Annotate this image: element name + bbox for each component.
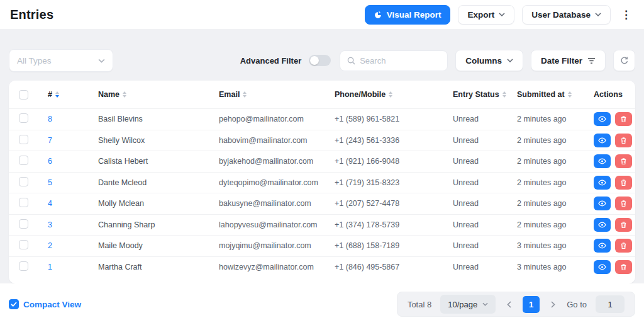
entry-serial-link[interactable]: 7: [48, 136, 52, 145]
eye-icon: [598, 222, 606, 228]
table-row: 2 Maile Moody mojyqimu@mailinator.com +1…: [9, 235, 635, 256]
compact-view-label: Compact View: [23, 300, 81, 309]
view-entry-button[interactable]: [594, 176, 611, 190]
row-checkbox[interactable]: [19, 261, 28, 271]
eye-icon: [598, 158, 606, 164]
column-header-entry-status[interactable]: Entry Status: [453, 90, 517, 99]
entry-status: Unread: [453, 115, 517, 123]
view-entry-button[interactable]: [594, 134, 611, 147]
compact-view-checkbox[interactable]: Compact View: [9, 299, 81, 309]
column-header-submitted-at[interactable]: Submitted at: [517, 90, 594, 99]
user-database-button[interactable]: User Database: [522, 5, 611, 25]
select-all-checkbox[interactable]: [19, 90, 28, 100]
form-type-placeholder: All Types: [17, 56, 52, 66]
delete-entry-button[interactable]: [615, 134, 632, 147]
delete-entry-button[interactable]: [615, 197, 632, 210]
page-number-button[interactable]: 1: [523, 296, 540, 313]
view-entry-button[interactable]: [594, 260, 611, 274]
delete-entry-button[interactable]: [615, 218, 632, 232]
delete-entry-button[interactable]: [615, 112, 632, 126]
delete-entry-button[interactable]: [615, 176, 632, 190]
entry-serial-link[interactable]: 2: [48, 241, 52, 250]
view-entry-button[interactable]: [594, 197, 611, 210]
row-checkbox[interactable]: [19, 240, 28, 249]
entry-name: Shelly Wilcox: [98, 136, 219, 145]
visual-report-button[interactable]: Visual Report: [365, 5, 451, 25]
page-size-select[interactable]: 10/page: [440, 295, 496, 314]
previous-page-button[interactable]: [504, 300, 514, 309]
entry-name: Channing Sharp: [98, 220, 219, 229]
column-header-email[interactable]: Email: [219, 90, 335, 99]
column-header-serial[interactable]: #: [48, 90, 98, 99]
search-input[interactable]: [360, 56, 440, 66]
page-footer: Compact View Total 8 10/page 1 Go to: [0, 283, 644, 325]
eye-icon: [598, 264, 606, 270]
delete-entry-button[interactable]: [615, 154, 632, 168]
goto-page-input[interactable]: [596, 295, 625, 313]
chevron-down-icon: [98, 59, 105, 63]
table-row: 7 Shelly Wilcox habovim@mailinator.com +…: [9, 130, 635, 151]
sort-carets-icon: [55, 91, 59, 98]
entry-name: Calista Hebert: [98, 157, 219, 166]
entry-phone: +1 (374) 178-5739: [335, 220, 453, 229]
sort-carets-icon: [568, 91, 572, 98]
refresh-button[interactable]: [613, 50, 635, 71]
search-box: [340, 50, 448, 71]
row-checkbox[interactable]: [19, 198, 28, 207]
entry-name: Maile Moody: [98, 241, 219, 250]
entry-serial-link[interactable]: 3: [48, 220, 52, 229]
export-button[interactable]: Export: [458, 5, 514, 25]
columns-button[interactable]: Columns: [455, 50, 523, 71]
column-header-name[interactable]: Name: [98, 90, 219, 99]
row-checkbox[interactable]: [19, 177, 28, 186]
view-entry-button[interactable]: [594, 239, 611, 253]
column-header-phone[interactable]: Phone/Mobile: [335, 90, 453, 99]
entry-phone: +1 (589) 961-5821: [335, 115, 453, 123]
trash-icon: [620, 200, 627, 207]
row-actions: [594, 239, 635, 253]
row-checkbox[interactable]: [19, 113, 28, 123]
row-actions: [594, 112, 635, 126]
entry-serial-link[interactable]: 5: [48, 178, 52, 187]
column-header-actions: Actions: [594, 90, 635, 99]
row-actions: [594, 197, 635, 210]
trash-icon: [620, 157, 627, 165]
entry-serial-link[interactable]: 8: [48, 115, 52, 123]
entry-serial-link[interactable]: 1: [48, 263, 52, 271]
entry-email: dyteqopimo@mailinator.com: [219, 178, 335, 187]
delete-entry-button[interactable]: [615, 260, 632, 274]
trash-icon: [620, 242, 627, 249]
row-checkbox[interactable]: [19, 135, 28, 144]
row-checkbox[interactable]: [19, 156, 28, 165]
sort-carets-icon: [389, 91, 392, 98]
view-entry-button[interactable]: [594, 154, 611, 168]
eye-icon: [598, 200, 606, 207]
sort-carets-icon: [502, 91, 506, 98]
row-checkbox[interactable]: [19, 219, 28, 229]
date-filter-button[interactable]: Date Filter: [531, 50, 606, 71]
more-options-button[interactable]: ⋮: [618, 8, 634, 21]
eye-icon: [598, 242, 606, 249]
table-header-row: # Name Email Phone/Mobile Entry Status S…: [9, 81, 635, 108]
table-row: 1 Martha Craft howizevyz@mailinator.com …: [9, 256, 635, 278]
entry-email: bakusyne@mailinator.com: [219, 199, 335, 208]
entry-name: Molly Mclean: [98, 199, 219, 208]
entry-phone: +1 (846) 495-5867: [335, 263, 453, 271]
entry-serial-link[interactable]: 4: [48, 199, 52, 208]
chevron-down-icon: [499, 13, 505, 16]
advanced-filter-toggle[interactable]: [309, 55, 331, 66]
filter-lines-icon: [587, 57, 596, 64]
delete-entry-button[interactable]: [615, 239, 632, 253]
entry-serial-link[interactable]: 6: [48, 157, 52, 166]
entry-phone: +1 (921) 166-9048: [335, 157, 453, 166]
view-entry-button[interactable]: [594, 112, 611, 126]
entry-status: Unread: [453, 178, 517, 187]
view-entry-button[interactable]: [594, 218, 611, 232]
next-page-button[interactable]: [548, 300, 558, 309]
entry-email: lahopyvesu@mailinator.com: [219, 220, 335, 229]
filter-bar: All Types Advanced Filter Columns Date F…: [9, 49, 635, 72]
total-count: Total 8: [408, 300, 431, 309]
eye-icon: [598, 137, 606, 144]
entry-phone: +1 (719) 315-8323: [335, 178, 453, 187]
form-type-select[interactable]: All Types: [9, 49, 113, 72]
